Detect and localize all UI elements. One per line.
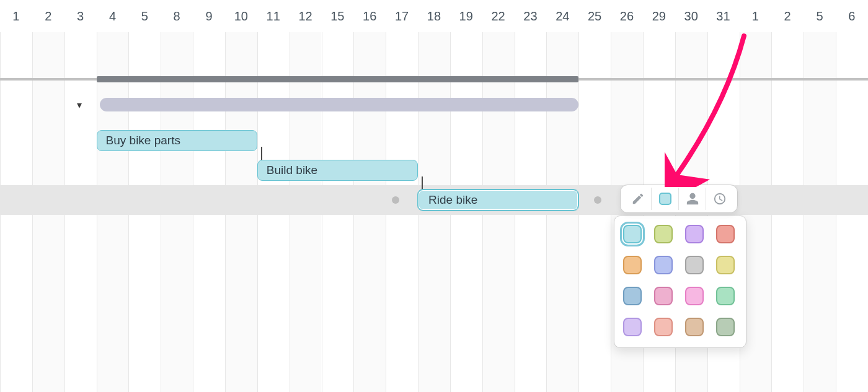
date-cell[interactable]: 8 xyxy=(161,0,193,32)
date-cell[interactable]: 5 xyxy=(804,0,836,32)
date-cell[interactable]: 29 xyxy=(643,0,675,32)
color-swatch-blush[interactable] xyxy=(654,318,673,336)
task-label: Buy bike parts xyxy=(106,134,180,147)
date-cell[interactable]: 24 xyxy=(546,0,578,32)
date-cell[interactable]: 2 xyxy=(32,0,64,32)
color-swatch-yellow[interactable] xyxy=(716,256,735,274)
task-label: Build bike xyxy=(267,163,317,177)
color-swatch-mint[interactable] xyxy=(716,287,735,305)
task-label-input[interactable] xyxy=(427,193,569,207)
date-cell[interactable]: 26 xyxy=(611,0,643,32)
color-swatch-steel-blue[interactable] xyxy=(623,287,642,305)
color-swatch-lilac[interactable] xyxy=(623,318,642,336)
date-cell[interactable]: 17 xyxy=(386,0,418,32)
date-cell[interactable]: 9 xyxy=(193,0,225,32)
date-cell[interactable]: 11 xyxy=(257,0,290,32)
date-cell[interactable]: 4 xyxy=(97,0,129,32)
color-swatch-cyan[interactable] xyxy=(623,225,642,243)
color-swatch-rose[interactable] xyxy=(654,287,673,305)
task-bar-buy[interactable]: Buy bike parts xyxy=(97,130,257,151)
date-cell[interactable]: 12 xyxy=(290,0,322,32)
color-swatch-grey[interactable] xyxy=(685,256,704,274)
date-cell[interactable]: 30 xyxy=(675,0,707,32)
edit-button[interactable] xyxy=(624,188,652,210)
gantt-chart: 1234589101112151617181922232425262930311… xyxy=(0,0,868,392)
group-collapse-toggle[interactable]: ▾ xyxy=(77,99,82,111)
date-cell[interactable]: 16 xyxy=(353,0,386,32)
date-cell[interactable]: 19 xyxy=(450,0,482,32)
clock-icon xyxy=(713,192,727,206)
date-header: 1234589101112151617181922232425262930311… xyxy=(0,0,868,32)
task-bar-build[interactable]: Build bike xyxy=(257,160,418,181)
user-icon xyxy=(686,192,699,206)
date-cell[interactable]: 25 xyxy=(578,0,611,32)
color-swatch-pink[interactable] xyxy=(685,287,704,305)
project-baseline xyxy=(0,78,868,81)
color-swatch-lime[interactable] xyxy=(654,225,673,243)
color-swatch-coral[interactable] xyxy=(716,225,735,243)
assignee-button[interactable] xyxy=(679,188,706,210)
color-swatch-lavender[interactable] xyxy=(685,225,704,243)
date-cell[interactable]: 1 xyxy=(0,0,32,32)
date-cell[interactable]: 31 xyxy=(707,0,740,32)
color-palette-popover xyxy=(614,216,746,348)
date-cell[interactable]: 5 xyxy=(128,0,161,32)
color-swatch-periwinkle[interactable] xyxy=(654,256,673,274)
date-cell[interactable]: 1 xyxy=(739,0,771,32)
date-cell[interactable]: 3 xyxy=(64,0,97,32)
group-summary-bar[interactable] xyxy=(100,98,579,111)
task-handle-right[interactable] xyxy=(594,196,601,204)
date-cell[interactable]: 22 xyxy=(482,0,515,32)
color-swatch-orange[interactable] xyxy=(623,256,642,274)
task-row xyxy=(0,155,868,185)
date-cell[interactable]: 6 xyxy=(836,0,868,32)
task-handle-left[interactable] xyxy=(392,196,399,204)
project-baseline-active xyxy=(97,76,579,82)
color-swatch-tan[interactable] xyxy=(685,318,704,336)
color-swatch-sage[interactable] xyxy=(716,318,735,336)
date-cell[interactable]: 2 xyxy=(771,0,804,32)
pencil-icon xyxy=(631,192,645,206)
date-cell[interactable]: 23 xyxy=(515,0,547,32)
duration-button[interactable] xyxy=(706,188,733,210)
color-button[interactable] xyxy=(652,188,679,210)
task-toolbar xyxy=(620,185,738,213)
date-cell[interactable]: 10 xyxy=(225,0,257,32)
date-cell[interactable]: 18 xyxy=(418,0,450,32)
date-cell[interactable]: 15 xyxy=(321,0,353,32)
color-chip-icon xyxy=(659,193,671,205)
task-bar-ride[interactable] xyxy=(418,189,578,211)
